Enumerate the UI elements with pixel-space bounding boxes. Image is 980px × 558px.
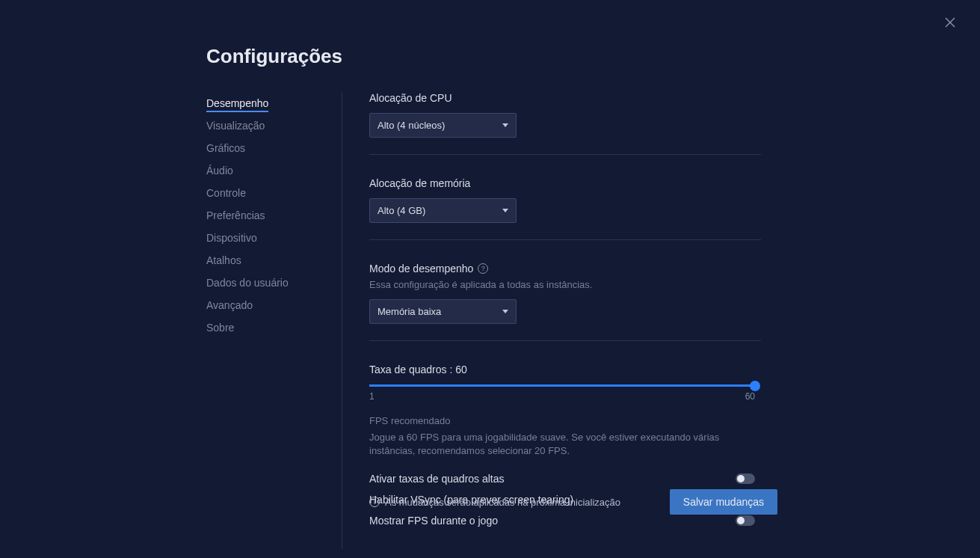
fps-reco-title: FPS recomendado <box>369 415 761 426</box>
sidebar-item-controle[interactable]: Controle <box>206 182 327 204</box>
sidebar-item-label: Sobre <box>206 322 234 334</box>
sidebar-item-label: Desempenho <box>206 97 268 112</box>
chevron-down-icon <box>502 123 508 127</box>
sidebar-item-label: Dispositivo <box>206 232 257 244</box>
sidebar-item-audio[interactable]: Áudio <box>206 159 327 182</box>
footer-info: i As mudanças serão aplicadas na próxima… <box>369 497 620 508</box>
toggle-row-high-fps: Ativar taxas de quadros altas <box>369 468 755 489</box>
toggle-show-fps[interactable] <box>736 515 755 526</box>
sidebar-item-dados-usuario[interactable]: Dados do usuário <box>206 272 327 294</box>
main-panel: Alocação de CPU Alto (4 núcleos) Alocaçã… <box>342 92 761 549</box>
sidebar-item-avancado[interactable]: Avançado <box>206 294 327 316</box>
fps-reco-desc: Jogue a 60 FPS para uma jogabilidade sua… <box>369 431 761 458</box>
sidebar-item-label: Preferências <box>206 209 265 221</box>
memory-allocation-label: Alocação de memória <box>369 177 761 189</box>
performance-mode-group: Modo de desempenho ? Essa configuração é… <box>369 263 761 341</box>
toggle-high-fps-label: Ativar taxas de quadros altas <box>369 473 505 485</box>
sidebar-item-label: Visualização <box>206 120 265 132</box>
help-icon[interactable]: ? <box>478 263 488 274</box>
performance-mode-sublabel: Essa configuração é aplicada a todas as … <box>369 279 761 290</box>
memory-allocation-group: Alocação de memória Alto (4 GB) <box>369 177 761 240</box>
footer-info-text: As mudanças serão aplicadas na próxima i… <box>385 497 620 508</box>
info-icon: i <box>369 497 380 507</box>
select-value: Alto (4 núcleos) <box>377 120 445 131</box>
sidebar-item-preferencias[interactable]: Preferências <box>206 204 327 227</box>
sidebar-item-desempenho[interactable]: Desempenho <box>206 92 327 114</box>
sidebar-item-graficos[interactable]: Gráficos <box>206 137 327 159</box>
sidebar: Desempenho Visualização Gráficos Áudio C… <box>206 92 342 549</box>
slider-max: 60 <box>745 391 755 402</box>
save-button[interactable]: Salvar mudanças <box>670 489 777 515</box>
close-icon <box>945 17 955 28</box>
slider-track <box>369 384 755 387</box>
performance-mode-label-text: Modo de desempenho <box>369 263 473 275</box>
footer: i As mudanças serão aplicadas na próxima… <box>369 489 777 515</box>
framerate-slider[interactable] <box>369 384 755 387</box>
sidebar-item-sobre[interactable]: Sobre <box>206 316 327 339</box>
select-value: Memória baixa <box>377 306 441 317</box>
performance-mode-label: Modo de desempenho ? <box>369 263 761 275</box>
toggle-show-fps-label: Mostrar FPS durante o jogo <box>369 515 498 527</box>
slider-min: 1 <box>369 391 375 402</box>
cpu-allocation-select[interactable]: Alto (4 núcleos) <box>369 113 517 138</box>
slider-range-labels: 1 60 <box>369 391 755 402</box>
page-title: Configurações <box>206 45 980 68</box>
select-value: Alto (4 GB) <box>377 205 425 216</box>
sidebar-item-label: Gráficos <box>206 142 245 154</box>
framerate-label: Taxa de quadros : 60 <box>369 364 761 375</box>
toggle-knob <box>737 475 745 482</box>
sidebar-item-label: Dados do usuário <box>206 277 289 289</box>
cpu-allocation-label: Alocação de CPU <box>369 92 761 104</box>
sidebar-item-label: Avançado <box>206 299 253 311</box>
memory-allocation-select[interactable]: Alto (4 GB) <box>369 198 517 223</box>
slider-thumb[interactable] <box>750 381 760 391</box>
chevron-down-icon <box>502 209 508 212</box>
chevron-down-icon <box>502 310 508 313</box>
performance-mode-select[interactable]: Memória baixa <box>369 299 517 324</box>
toggle-high-fps[interactable] <box>736 473 755 484</box>
framerate-group: Taxa de quadros : 60 1 60 FPS recomendad… <box>369 364 761 542</box>
sidebar-item-dispositivo[interactable]: Dispositivo <box>206 227 327 249</box>
toggle-knob <box>737 517 745 524</box>
sidebar-item-label: Atalhos <box>206 254 241 266</box>
sidebar-item-visualizacao[interactable]: Visualização <box>206 114 327 137</box>
sidebar-item-label: Controle <box>206 187 246 199</box>
sidebar-item-label: Áudio <box>206 165 233 177</box>
cpu-allocation-group: Alocação de CPU Alto (4 núcleos) <box>369 92 761 155</box>
close-button[interactable] <box>941 13 959 31</box>
sidebar-item-atalhos[interactable]: Atalhos <box>206 249 327 272</box>
